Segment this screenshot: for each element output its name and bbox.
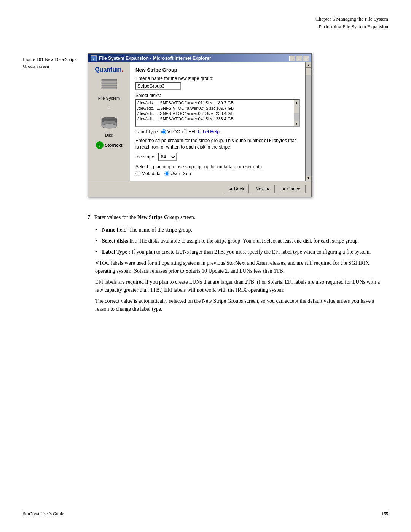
disks-label: Select disks:: [135, 93, 300, 98]
titlebar-controls[interactable]: _ □ ✕: [289, 56, 309, 61]
metadata-row: Select if planning to use stripe group f…: [135, 164, 300, 169]
header-line1: Chapter 6 Managing the File System: [315, 15, 388, 23]
disks-listbox-scrollbar[interactable]: ▲ ▼: [294, 100, 299, 126]
bullet-item-name: Name field: The name of the stripe group…: [95, 226, 388, 234]
name-input[interactable]: [135, 82, 181, 90]
svg-rect-2: [102, 85, 117, 86]
scroll-down-button[interactable]: ▼: [294, 121, 299, 126]
stornext-logo-icon: S: [96, 141, 104, 149]
efi-radio[interactable]: [182, 129, 187, 134]
footer-left: StorNext User's Guide: [23, 511, 64, 517]
quantum-logo: Quantum.: [95, 66, 123, 73]
dialog-main-content: New Stripe Group Enter a name for the ne…: [130, 62, 305, 181]
metadata-radio[interactable]: [135, 171, 140, 176]
scroll-thumb[interactable]: [294, 105, 299, 113]
outer-scroll-down[interactable]: ▼: [306, 176, 311, 181]
outer-scroll-track: [306, 68, 311, 176]
dialog-title: File System Expansion - Microsoft Intern…: [99, 56, 211, 61]
step-bold-text: New Stripe Group: [137, 214, 179, 220]
metadata-option-label: Metadata: [142, 171, 161, 176]
metadata-radio-label[interactable]: Metadata: [135, 171, 161, 176]
dialog-body: Quantum. File System ↓: [88, 62, 311, 181]
vtoc-label: VTOC: [167, 129, 180, 134]
step-number: 7: [88, 214, 90, 220]
dialog-section-title: New Stripe Group: [135, 67, 300, 73]
browser-icon: e: [91, 55, 97, 61]
disks-listbox-container[interactable]: /dev/sds......SNFS-VTOC "arwen01" Size: …: [135, 99, 300, 127]
name-field-label: Enter a name for the new stripe group:: [135, 76, 300, 81]
back-button[interactable]: ◄ Back: [224, 184, 249, 193]
minimize-button[interactable]: _: [289, 56, 295, 61]
dialog-window: e File System Expansion - Microsoft Inte…: [88, 53, 312, 197]
figure-label: Figure 101 New Data Stripe Group Screen: [23, 56, 84, 70]
paragraph-vtoc: VTOC labels were used for all operating …: [95, 259, 388, 275]
disk-item-1[interactable]: /dev/sds......SNFS-VTOC "arwen01" Size: …: [136, 100, 294, 105]
vtoc-radio[interactable]: [161, 129, 166, 134]
paragraph-correct: The correct value is automatically selec…: [95, 297, 388, 313]
disk-item-2[interactable]: /dev/sdo......SNFS-VTOC "arwen02" Size: …: [136, 105, 294, 111]
scroll-up-button[interactable]: ▲: [294, 100, 299, 105]
bullet-name-bold: Name: [102, 227, 115, 233]
cancel-button-label: ✕ Cancel: [282, 186, 301, 192]
label-type-row: Label Type: VTOC EFI Label Help: [135, 129, 300, 134]
bullet-labeltype-bold: Label Type: [102, 249, 127, 255]
svg-rect-0: [102, 79, 117, 81]
stripe-description: Enter the stripe breadth for the stripe …: [135, 137, 300, 150]
titlebar-left: e File System Expansion - Microsoft Inte…: [91, 55, 211, 61]
dialog-titlebar: e File System Expansion - Microsoft Inte…: [88, 54, 311, 62]
stripe-row-label: the stripe:: [135, 154, 156, 160]
disk-label: Disk: [105, 133, 113, 137]
bullet-item-labeltype: Label Type : If you plan to create LUNs …: [95, 248, 388, 256]
stornext-logo: S StorNext: [96, 141, 123, 149]
stornext-logo-text: StorNext: [105, 143, 123, 147]
down-arrow-icon: ↓: [107, 103, 111, 111]
bullet-selectdisks-text: list: The disks available to assign to t…: [129, 238, 359, 244]
header-line2: Performing File System Expansion: [315, 23, 388, 30]
figure-label-text: Figure 101 New Data Stripe Group Screen: [23, 57, 76, 69]
stripe-breadth-select[interactable]: 64 128 256 512: [158, 153, 177, 161]
svg-rect-1: [102, 82, 117, 84]
step-end-text: screen.: [180, 214, 195, 220]
paragraph-efi: EFI labels are required if you plan to c…: [95, 278, 388, 294]
label-type-label: Label Type:: [135, 129, 159, 134]
dialog-outer-scrollbar[interactable]: ▲ ▼: [305, 62, 311, 181]
bullet-item-selectdisks: Select disks list: The disks available t…: [95, 237, 388, 245]
bullet-selectdisks-bold: Select disks: [102, 238, 128, 244]
userdata-option-label: User Data: [170, 171, 191, 176]
dialog-footer: ◄ Back Next ► ✕ Cancel: [88, 181, 311, 197]
page-footer: StorNext User's Guide 155: [23, 509, 388, 517]
quantum-logo-dot: .: [121, 66, 123, 73]
outer-scroll-thumb[interactable]: [306, 68, 311, 75]
userdata-radio[interactable]: [164, 171, 169, 176]
cancel-button[interactable]: ✕ Cancel: [277, 184, 306, 193]
filesystem-label: File System: [98, 96, 120, 101]
bullet-name-text: field: The name of the stripe group.: [117, 227, 192, 233]
disk-item-4[interactable]: /dev/sdl.......SNFS-VTOC "arwen04" Size:…: [136, 116, 294, 121]
disks-listbox[interactable]: /dev/sds......SNFS-VTOC "arwen01" Size: …: [136, 100, 294, 126]
stripe-select-row: the stripe: 64 128 256 512: [135, 153, 300, 161]
maximize-button[interactable]: □: [296, 56, 302, 61]
back-button-label: ◄ Back: [228, 186, 244, 192]
step-intro: 7 Enter values for the New Stripe Group …: [88, 213, 388, 221]
disk-item-3[interactable]: /dev/sdi.......SNFS-VTOC "arwen03" Size:…: [136, 111, 294, 116]
vtoc-radio-label[interactable]: VTOC: [161, 129, 180, 134]
scroll-track: [294, 105, 299, 121]
disk-icon-container: [98, 114, 121, 131]
para-block: VTOC labels were used for all operating …: [95, 259, 388, 313]
userdata-radio-label[interactable]: User Data: [164, 171, 191, 176]
label-help-link[interactable]: Label Help: [198, 129, 220, 134]
filesystem-icon-container: [98, 77, 121, 94]
bullet-list: Name field: The name of the stripe group…: [95, 226, 388, 256]
next-button[interactable]: Next ►: [251, 184, 275, 193]
svg-rect-3: [102, 87, 117, 89]
close-button[interactable]: ✕: [303, 56, 309, 61]
disk-svg-icon: [100, 115, 119, 130]
bullet-labeltype-text: : If you plan to create LUNs larger than…: [129, 249, 371, 255]
outer-scroll-up[interactable]: ▲: [306, 62, 311, 68]
main-content: 7 Enter values for the New Stripe Group …: [88, 213, 388, 317]
efi-radio-label[interactable]: EFI: [182, 129, 196, 134]
next-button-label: Next ►: [255, 186, 271, 192]
dialog-sidebar: Quantum. File System ↓: [88, 62, 130, 181]
svg-point-8: [102, 124, 117, 128]
step-intro-text: Enter values for the: [94, 214, 136, 220]
